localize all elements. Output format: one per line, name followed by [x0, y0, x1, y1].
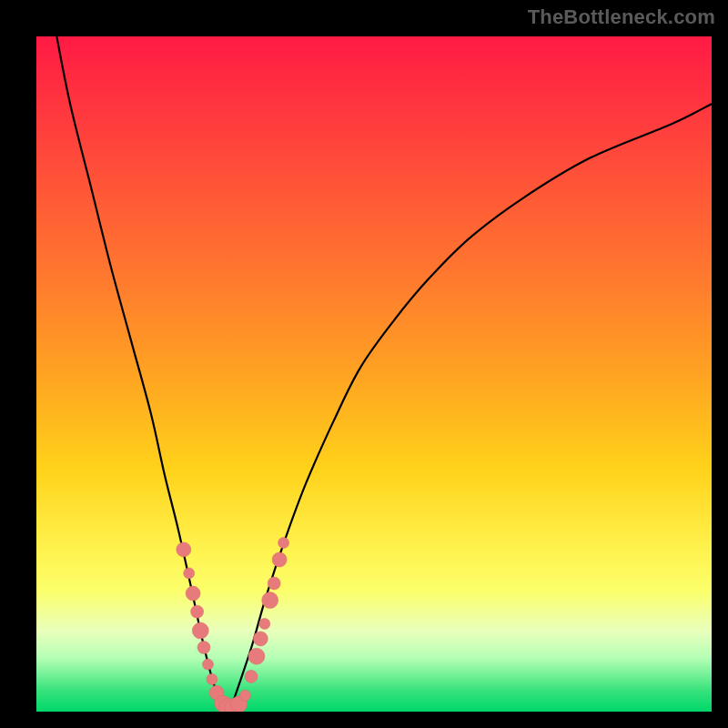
data-dot: [239, 690, 250, 701]
data-dot: [207, 673, 217, 684]
plot-area: [36, 36, 712, 712]
data-dot: [186, 586, 200, 601]
chart-frame: TheBottleneck.com: [0, 0, 728, 728]
bottleneck-curve: [56, 36, 712, 712]
data-dot: [184, 568, 195, 579]
data-dot: [203, 659, 214, 670]
data-dot: [253, 632, 268, 646]
data-dot: [245, 670, 258, 682]
data-dot: [197, 642, 210, 654]
chart-svg: [36, 36, 712, 712]
data-dot: [248, 648, 265, 664]
data-dot: [177, 542, 191, 557]
data-dot: [262, 592, 278, 609]
watermark-text: TheBottleneck.com: [528, 5, 715, 29]
data-dot: [268, 577, 280, 590]
data-dot: [192, 622, 208, 639]
data-dot: [272, 552, 287, 567]
data-dot: [278, 538, 289, 549]
data-dots-group: [177, 538, 289, 713]
data-dot: [259, 619, 270, 630]
data-dot: [191, 605, 204, 618]
